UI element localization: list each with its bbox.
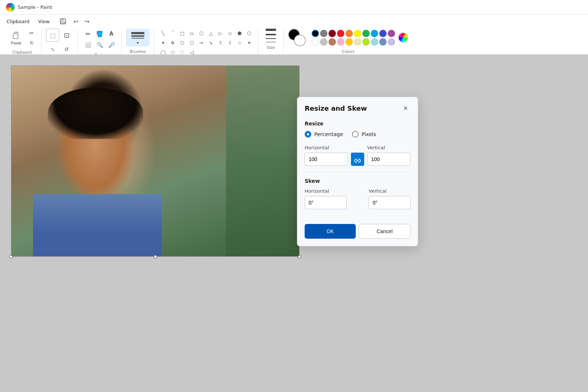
color-gold[interactable] — [345, 38, 353, 46]
paste-icon — [12, 31, 21, 39]
shape-hex[interactable]: ⬡ — [197, 29, 206, 38]
pixels-option[interactable]: Pixels — [352, 131, 376, 138]
shape-star[interactable]: ☆ — [235, 38, 244, 47]
skew-horizontal-group: Horizontal — [305, 188, 347, 209]
eraser-tool-button[interactable]: ⬜ — [82, 40, 93, 50]
resize-radio-group: Percentage Pixels — [305, 131, 410, 138]
shape-hex3[interactable]: ⬡ — [187, 38, 196, 47]
resize-horizontal-group: Horizontal — [305, 145, 348, 166]
resize-vertical-group: Vertical — [367, 145, 410, 166]
color-gray[interactable] — [320, 30, 327, 37]
brushes-label: Brushes — [130, 49, 146, 54]
shape-line[interactable]: ╲ — [159, 29, 168, 38]
app-title: Sample - Paint — [18, 4, 52, 10]
skew-vertical-input[interactable] — [369, 196, 410, 209]
color-yellow[interactable] — [354, 30, 361, 37]
skew-horizontal-input[interactable] — [305, 196, 347, 209]
cancel-button[interactable]: Cancel — [359, 224, 410, 239]
paste-button[interactable]: Paste — [7, 29, 25, 47]
menu-item-view[interactable]: View — [35, 18, 53, 25]
size-display[interactable] — [263, 29, 279, 42]
color-lavender[interactable] — [388, 38, 395, 46]
color-darkred[interactable] — [329, 30, 336, 37]
shape-oct[interactable]: ⬠ — [178, 38, 187, 47]
svg-rect-1 — [61, 19, 64, 21]
percentage-option[interactable]: Percentage — [305, 131, 343, 138]
resize-dialog: Resize and Skew ✕ Resize Percentage Pixe… — [297, 97, 418, 246]
color-pink[interactable] — [337, 38, 344, 46]
color-indigo[interactable] — [379, 30, 387, 37]
pencil-tool-button[interactable]: ✏ — [82, 29, 93, 39]
menu-item-file[interactable]: Clipboard — [3, 18, 33, 25]
shape-diamond[interactable]: ◇ — [226, 29, 234, 38]
dialog-title: Resize and Skew — [305, 104, 367, 112]
tool-buttons: ✏ 🪣 A ⬜ 🔍 🔎 — [82, 29, 117, 50]
crop-button[interactable]: ⊡ — [60, 29, 73, 42]
text-tool-button[interactable]: A — [106, 29, 117, 39]
undo-button[interactable]: ↩ — [71, 16, 81, 26]
select-tool-button[interactable]: ⬚ — [46, 29, 59, 42]
color-green[interactable] — [362, 30, 370, 37]
fill-tool-button[interactable]: 🪣 — [94, 29, 105, 39]
color-lime[interactable] — [362, 38, 370, 46]
brush-icon — [131, 30, 144, 39]
color-brown[interactable] — [329, 38, 336, 46]
dialog-close-button[interactable]: ✕ — [400, 103, 410, 113]
custom-color-button[interactable] — [398, 32, 408, 43]
rotate-button[interactable]: ↺ — [60, 43, 73, 56]
shape-arr-r[interactable]: ➙ — [197, 38, 206, 47]
shape-star6[interactable]: ✶ — [245, 38, 254, 47]
skew-section-label: Skew — [305, 178, 410, 184]
percentage-label: Percentage — [314, 131, 343, 137]
skew-vertical-label: Vertical — [369, 188, 410, 194]
size-label: Size — [267, 45, 275, 50]
pixels-radio[interactable] — [352, 131, 359, 138]
link-icon — [354, 156, 361, 163]
resize-button[interactable]: ⤡ — [46, 43, 59, 56]
shape-hex2[interactable]: ⬡ — [245, 29, 254, 38]
color-row-1 — [312, 30, 395, 37]
color-white[interactable] — [312, 38, 319, 46]
shape-arr-d[interactable]: ➘ — [207, 38, 215, 47]
color-steelblue[interactable] — [379, 38, 387, 46]
percentage-radio[interactable] — [305, 131, 311, 138]
save-button[interactable] — [58, 16, 68, 26]
color-black[interactable] — [312, 30, 319, 37]
title-bar: Sample - Paint — [0, 0, 588, 15]
shape-star4[interactable]: ✦ — [159, 38, 168, 47]
color-lightgray[interactable] — [320, 38, 327, 46]
color-blue[interactable] — [371, 30, 378, 37]
pixels-label: Pixels — [362, 131, 376, 137]
color-purple[interactable] — [388, 30, 395, 37]
color-pick-button[interactable]: 🔍 — [94, 40, 105, 50]
color-orange[interactable] — [345, 30, 353, 37]
color-row-2 — [312, 38, 395, 46]
shape-tri[interactable]: △ — [207, 29, 215, 38]
resize-horizontal-input[interactable] — [305, 153, 348, 166]
colors-inner — [288, 29, 408, 46]
link-button[interactable] — [351, 153, 364, 166]
shape-curve[interactable]: ⌒ — [168, 29, 177, 38]
color-red[interactable] — [337, 30, 344, 37]
dialog-body: Resize Percentage Pixels Horizontal — [297, 118, 418, 220]
shape-rect[interactable]: □ — [178, 29, 187, 38]
brushes-button[interactable]: ▾ — [126, 29, 150, 46]
ok-button[interactable]: OK — [305, 224, 356, 239]
shape-rtri[interactable]: ▷ — [216, 29, 225, 38]
shape-arr-dn[interactable]: ⇩ — [226, 38, 234, 47]
copy-button[interactable]: ⎘ — [26, 38, 37, 47]
shape-arr-u[interactable]: ⇧ — [216, 38, 225, 47]
shape-star5[interactable]: ✲ — [168, 38, 177, 47]
shape-pent[interactable]: ⬟ — [235, 29, 244, 38]
resize-vertical-input[interactable] — [367, 153, 410, 166]
size-line-1 — [266, 29, 276, 31]
magnify-button[interactable]: 🔎 — [106, 40, 117, 50]
background-color[interactable] — [294, 35, 306, 46]
shape-rect2[interactable]: ▭ — [187, 29, 196, 38]
cut-button[interactable]: ✂ — [26, 29, 37, 38]
color-cream[interactable] — [354, 38, 361, 46]
svg-rect-2 — [61, 21, 65, 24]
color-lightblue[interactable] — [371, 38, 378, 46]
dialog-overlay: Resize and Skew ✕ Resize Percentage Pixe… — [0, 54, 588, 392]
redo-button[interactable]: ↪ — [82, 16, 92, 26]
